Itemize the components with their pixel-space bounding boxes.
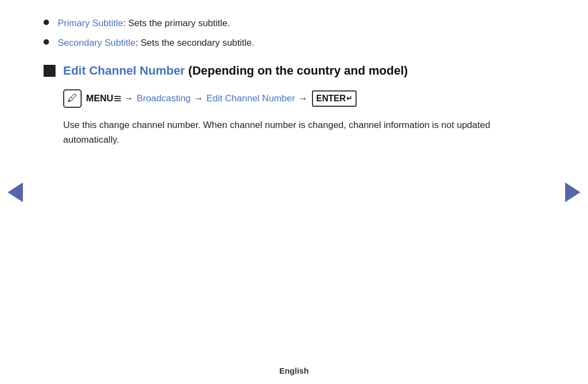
section-title-blue: Edit Channel Number — [63, 64, 185, 77]
section-header: Edit Channel Number (Depending on the co… — [44, 63, 544, 80]
bullet-dot — [44, 20, 49, 25]
section-title: Edit Channel Number (Depending on the co… — [63, 63, 408, 80]
bullet-item-text-2: Secondary Subtitle: Sets the secondary s… — [58, 36, 254, 50]
bullet-item-text: Primary Subtitle: Sets the primary subti… — [58, 16, 230, 31]
main-content: Primary Subtitle: Sets the primary subti… — [0, 0, 588, 169]
nav-next-button[interactable] — [563, 179, 583, 206]
enter-button-box: ENTER↵ — [312, 90, 357, 107]
list-item-secondary-subtitle: Secondary Subtitle: Sets the secondary s… — [44, 36, 544, 50]
nav-prev-button[interactable] — [5, 179, 25, 206]
arrow-3: → — [298, 92, 308, 106]
breadcrumb-broadcasting: Broadcasting — [137, 92, 191, 106]
right-arrow-icon — [565, 182, 580, 202]
bullet-list: Primary Subtitle: Sets the primary subti… — [44, 16, 544, 50]
menu-label: MENU — [86, 92, 113, 106]
enter-label: ENTER — [316, 92, 346, 105]
primary-subtitle-label: Primary Subtitle — [58, 18, 123, 28]
language-label: English — [279, 366, 309, 375]
enter-arrow-icon: ↵ — [346, 93, 352, 104]
menu-bars-icon — [114, 96, 121, 101]
breadcrumb-edit-channel: Edit Channel Number — [206, 92, 295, 106]
finger-menu-icon: 🖊 — [63, 89, 82, 108]
description-text: Use this change channel number. When cha… — [63, 118, 531, 147]
secondary-subtitle-desc: : Sets the secondary subtitle. — [136, 38, 254, 48]
left-arrow-icon — [8, 182, 23, 202]
section-title-black: (Depending on the country and model) — [188, 64, 408, 77]
arrow-2: → — [194, 92, 203, 106]
menu-nav-line: 🖊 MENU → Broadcasting → Edit Channel Num… — [63, 89, 544, 108]
section-square-icon — [44, 65, 56, 77]
bullet-dot-2 — [44, 39, 49, 45]
list-item-primary-subtitle: Primary Subtitle: Sets the primary subti… — [44, 16, 544, 31]
primary-subtitle-desc: : Sets the primary subtitle. — [123, 18, 230, 28]
footer-language: English — [279, 366, 309, 375]
arrow-1: → — [124, 92, 133, 106]
secondary-subtitle-label: Secondary Subtitle — [58, 38, 136, 48]
